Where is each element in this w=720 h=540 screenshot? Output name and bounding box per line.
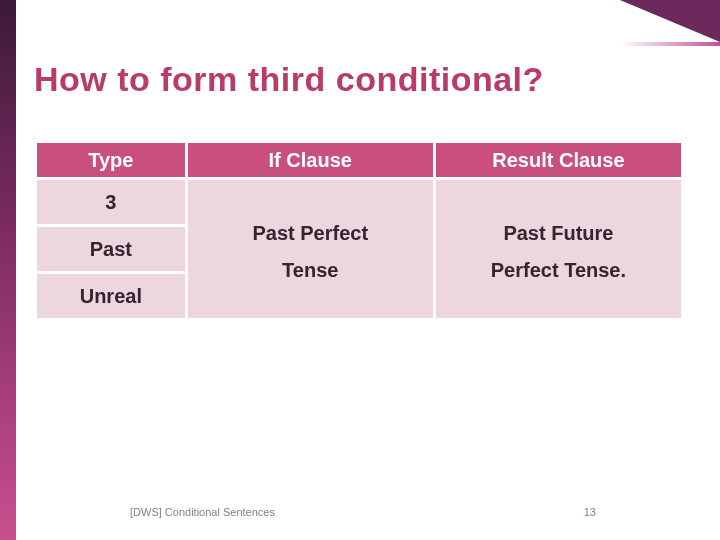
slide-footer: [DWS] Conditional Sentences 13 <box>34 506 684 518</box>
header-if-clause: If Clause <box>188 143 433 177</box>
conditional-table: Type If Clause Result Clause 3 Past Perf… <box>34 140 684 321</box>
if-clause-cell: Past Perfect Tense <box>188 180 433 318</box>
header-type: Type <box>37 143 185 177</box>
accent-left-bar <box>0 0 16 540</box>
slide-title: How to form third conditional? <box>34 60 544 99</box>
result-clause-cell: Past Future Perfect Tense. <box>436 180 681 318</box>
table-header-row: Type If Clause Result Clause <box>37 143 681 177</box>
type-cell: 3 <box>37 180 185 224</box>
slide: How to form third conditional? Type If C… <box>0 0 720 540</box>
type-cell: Unreal <box>37 274 185 318</box>
table-row: 3 Past Perfect Tense Past Future Perfect… <box>37 180 681 224</box>
header-result-clause: Result Clause <box>436 143 681 177</box>
result-line-1: Past Future <box>436 222 681 245</box>
result-line-2: Perfect Tense. <box>436 259 681 282</box>
if-line-1: Past Perfect <box>188 222 433 245</box>
footer-page-number: 13 <box>584 506 596 518</box>
type-cell: Past <box>37 227 185 271</box>
footer-source: [DWS] Conditional Sentences <box>130 506 275 518</box>
if-line-2: Tense <box>188 259 433 282</box>
